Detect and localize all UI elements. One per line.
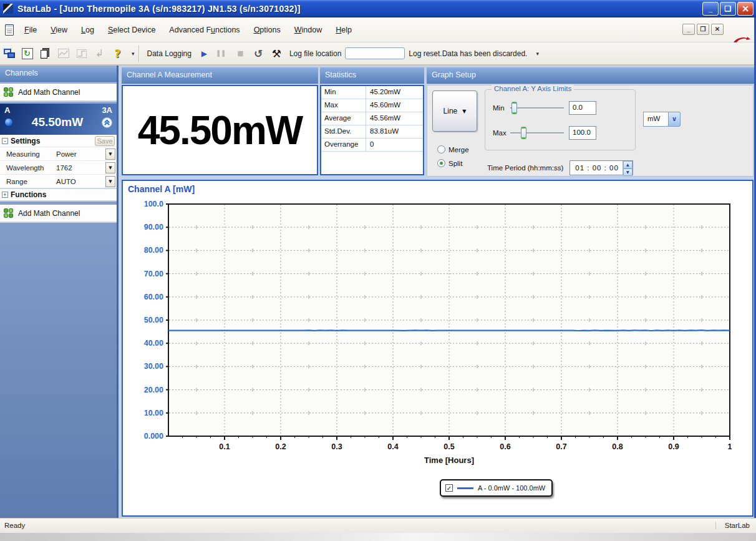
graph-view-button <box>55 46 72 62</box>
svg-text:10.00: 10.00 <box>144 409 163 417</box>
y-axis-limits-title: Channel A: Y Axis Limits <box>492 85 574 92</box>
help-icon: ? <box>115 47 121 60</box>
refresh-button[interactable]: ↻ <box>19 46 36 62</box>
functions-section-toggle[interactable]: + Functions <box>0 188 117 200</box>
log-pause-button: ▌▌ <box>214 46 231 62</box>
menu-log[interactable]: Log <box>75 24 100 36</box>
svg-text:0.1: 0.1 <box>219 442 230 451</box>
add-math-channel-button-2[interactable]: Add Math Channel <box>0 205 117 223</box>
split-radio-icon <box>437 159 445 167</box>
play-icon: ▶ <box>201 49 207 58</box>
channel-value: 45.50mW <box>13 115 102 129</box>
settings-title: Settings <box>11 137 95 145</box>
mdi-minimize-button[interactable]: _ <box>682 24 695 35</box>
svg-text:90.00: 90.00 <box>144 223 163 232</box>
stat-row-min: Min45.20mW <box>321 86 423 99</box>
channel-a-item[interactable]: A 3A 45.50mW <box>0 104 117 135</box>
max-value-input[interactable]: 100.0 <box>569 126 596 140</box>
merge-radio[interactable]: Merge <box>437 145 469 154</box>
measuring-row: Measuring Power ▼ <box>0 147 117 160</box>
collapse-channel-button[interactable] <box>102 117 112 128</box>
legend-line-sample <box>457 487 473 489</box>
svg-text:0.3: 0.3 <box>331 442 342 451</box>
split-radio[interactable]: Split <box>437 159 462 167</box>
menu-advanced-functions[interactable]: Advanced Functions <box>163 24 245 36</box>
log-status-message: Log reset.Data has been discarded. <box>409 49 527 58</box>
log-play-button[interactable]: ▶ <box>196 46 213 62</box>
notes-button[interactable] <box>37 46 54 62</box>
legend-checkbox[interactable]: ✓ <box>445 484 453 492</box>
min-value-input[interactable]: 0.0 <box>569 101 596 115</box>
units-dropdown-button[interactable]: v <box>669 112 681 127</box>
svg-text:100.0: 100.0 <box>144 200 163 208</box>
chart-legend: ✓ A - 0.0mW - 100.0mW <box>440 479 553 497</box>
math-channel-icon <box>4 208 13 218</box>
statistics-panel: Min45.20mW Max45.60mW Average45.56mW Std… <box>320 85 424 175</box>
reset-icon: ↺ <box>254 47 263 60</box>
window-title: StarLab - [Juno Thermopile 3A (s/n:98321… <box>17 4 301 14</box>
log-file-location-input[interactable] <box>345 47 405 59</box>
mdi-restore-button[interactable]: ❐ <box>697 24 709 35</box>
help-button[interactable]: ? <box>109 46 126 62</box>
graph-type-dropdown[interactable]: Line ▼ <box>432 90 477 132</box>
menu-file[interactable]: File <box>19 24 42 36</box>
svg-text:0.6: 0.6 <box>500 442 510 451</box>
step-function-icon <box>77 49 87 58</box>
stat-row-stddev: Std.Dev.83.81uW <box>321 125 423 139</box>
merge-radio-icon <box>437 145 445 154</box>
time-period-spinbox[interactable]: 01 : 00 : 00 ▲ ▼ <box>569 160 633 175</box>
chart-x-axis-label: Time [Hours] <box>168 456 730 465</box>
dropdown-arrow-icon: ▼ <box>462 109 466 114</box>
toolbar-overflow-icon[interactable]: ▾ <box>132 51 135 57</box>
step-function-button <box>73 46 90 62</box>
stat-row-max: Max45.60mW <box>321 99 423 112</box>
units-combo[interactable]: mW v <box>643 112 681 127</box>
channels-sidebar: Channels Add Math Channel A 3A 45.50mW <box>0 66 119 518</box>
svg-text:60.00: 60.00 <box>144 293 163 301</box>
spin-down-icon[interactable]: ▼ <box>623 168 632 176</box>
title-bar[interactable]: StarLab - [Juno Thermopile 3A (s/n:98321… <box>0 0 756 17</box>
status-bar: Ready StarLab <box>0 518 756 533</box>
measuring-dropdown-button[interactable]: ▼ <box>105 149 115 160</box>
taskbar-strip <box>0 533 756 541</box>
copy-screens-button[interactable] <box>1 46 17 62</box>
spin-up-icon[interactable]: ▲ <box>623 161 632 168</box>
range-dropdown-button[interactable]: ▼ <box>105 176 115 187</box>
menu-window[interactable]: Window <box>289 24 327 36</box>
menu-select-device[interactable]: Select Device <box>102 24 161 36</box>
min-slider[interactable] <box>510 102 564 114</box>
svg-text:0.9: 0.9 <box>668 442 679 451</box>
stat-row-average: Average45.56mW <box>321 112 423 125</box>
status-ready: Ready <box>4 522 25 529</box>
save-button[interactable]: Save <box>95 136 115 146</box>
add-math-channel-label: Add Math Channel <box>18 209 80 218</box>
svg-text:80.00: 80.00 <box>144 246 163 255</box>
log-settings-button[interactable]: ⚒ <box>268 46 285 62</box>
functions-label: Functions <box>11 190 115 199</box>
close-button[interactable]: ✕ <box>737 2 754 16</box>
minimize-button[interactable]: _ <box>702 2 719 16</box>
time-period-label: Time Period (hh:mm:ss) <box>487 164 563 172</box>
chart-plot[interactable]: 100.090.0080.0070.0060.0050.0040.0030.00… <box>123 181 752 515</box>
svg-text:30.00: 30.00 <box>144 362 163 371</box>
svg-text:50.00: 50.00 <box>144 316 163 324</box>
add-math-channel-button[interactable]: Add Math Channel <box>0 84 117 102</box>
restore-button[interactable]: ❏ <box>720 2 736 16</box>
mdi-close-button[interactable]: ✕ <box>711 24 724 35</box>
measurement-header: Channel A Measurement <box>122 67 318 84</box>
settings-section: - Settings Save Measuring Power ▼ Wavele… <box>0 135 117 202</box>
menu-options[interactable]: Options <box>248 24 286 36</box>
max-slider[interactable] <box>510 127 564 139</box>
max-label: Max <box>493 129 510 137</box>
toolbar-separator <box>138 46 140 62</box>
log-reset-button[interactable]: ↺ <box>250 46 267 62</box>
wavelength-dropdown-button[interactable]: ▼ <box>105 162 115 173</box>
menu-help[interactable]: Help <box>330 24 357 36</box>
svg-text:0.8: 0.8 <box>612 442 623 451</box>
menu-view[interactable]: View <box>45 24 73 36</box>
collapse-settings-icon[interactable]: - <box>2 138 8 144</box>
logging-overflow-icon[interactable]: ▾ <box>536 51 539 57</box>
menu-bar: File View Log Select Device Advanced Fun… <box>0 17 756 42</box>
jump-button: ↲ <box>91 46 108 62</box>
range-row: Range AUTO ▼ <box>0 174 117 188</box>
